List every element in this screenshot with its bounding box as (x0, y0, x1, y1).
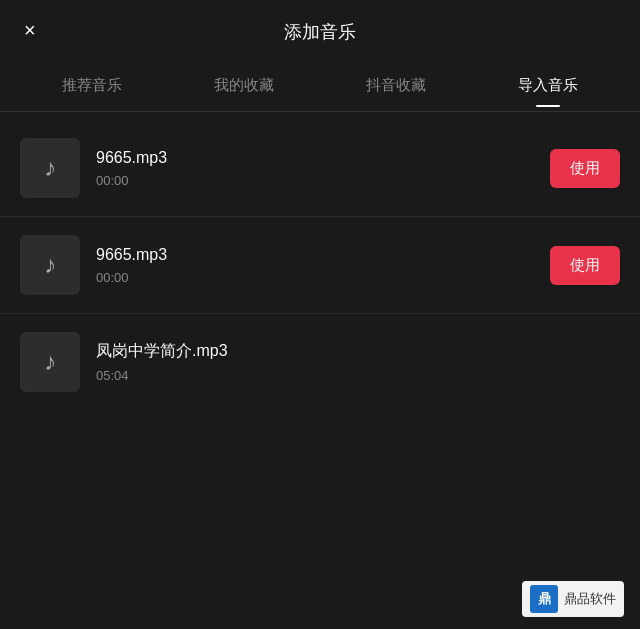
watermark-icon: 鼎 (530, 585, 558, 613)
music-name: 9665.mp3 (96, 246, 550, 264)
music-item: ♪ 9665.mp3 00:00 使用 (0, 120, 640, 216)
music-info: 9665.mp3 00:00 (96, 246, 550, 285)
tab-recommended[interactable]: 推荐音乐 (50, 68, 134, 103)
use-button[interactable]: 使用 (550, 246, 620, 285)
tab-import-music[interactable]: 导入音乐 (506, 68, 590, 103)
music-item: ♪ 凤岗中学简介.mp3 05:04 (0, 313, 640, 410)
music-name: 9665.mp3 (96, 149, 550, 167)
music-duration: 05:04 (96, 368, 620, 383)
music-note-icon: ♪ (44, 348, 56, 376)
music-info: 9665.mp3 00:00 (96, 149, 550, 188)
music-note-icon: ♪ (44, 251, 56, 279)
close-button[interactable]: × (24, 20, 36, 40)
header-title: 添加音乐 (284, 20, 356, 44)
watermark-icon-text: 鼎 (538, 590, 551, 608)
watermark-label: 鼎品软件 (564, 590, 616, 608)
watermark: 鼎 鼎品软件 (522, 581, 624, 617)
app-container: × 添加音乐 推荐音乐 我的收藏 抖音收藏 导入音乐 ♪ 9665.mp3 00… (0, 0, 640, 418)
music-duration: 00:00 (96, 173, 550, 188)
music-thumbnail: ♪ (20, 332, 80, 392)
header: × 添加音乐 (0, 0, 640, 60)
music-info: 凤岗中学简介.mp3 05:04 (96, 341, 620, 383)
music-item: ♪ 9665.mp3 00:00 使用 (0, 216, 640, 313)
tab-my-favorites[interactable]: 我的收藏 (202, 68, 286, 103)
music-duration: 00:00 (96, 270, 550, 285)
music-list: ♪ 9665.mp3 00:00 使用 ♪ 9665.mp3 00:00 使用 … (0, 112, 640, 418)
use-button[interactable]: 使用 (550, 149, 620, 188)
music-note-icon: ♪ (44, 154, 56, 182)
music-thumbnail: ♪ (20, 235, 80, 295)
music-name: 凤岗中学简介.mp3 (96, 341, 620, 362)
tab-douyin-favorites[interactable]: 抖音收藏 (354, 68, 438, 103)
music-thumbnail: ♪ (20, 138, 80, 198)
tab-bar: 推荐音乐 我的收藏 抖音收藏 导入音乐 (0, 60, 640, 103)
